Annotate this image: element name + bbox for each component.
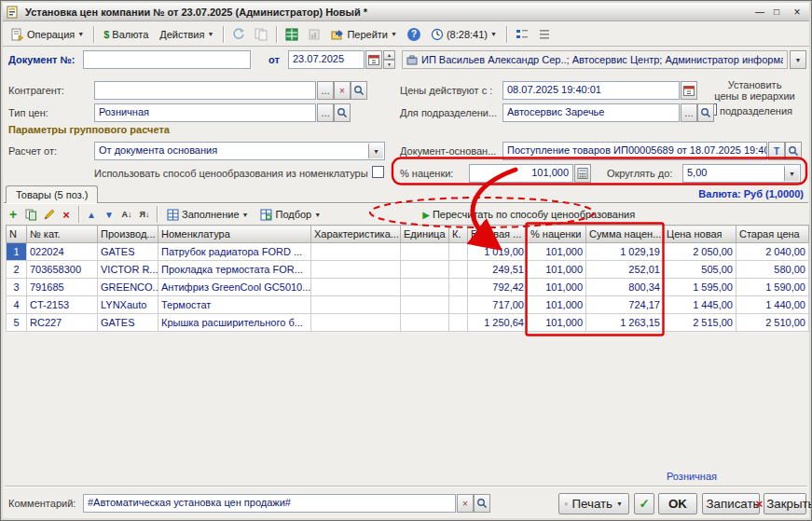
- column-header[interactable]: N: [7, 226, 27, 243]
- column-header[interactable]: Цена новая: [664, 226, 736, 243]
- table-row[interactable]: 3791685GREENCO...Антифриз GreenCool GC50…: [7, 279, 809, 296]
- time-button[interactable]: (8:28:41) ▼: [426, 24, 502, 44]
- delete-row-button[interactable]: ×: [58, 205, 75, 224]
- department-search-button[interactable]: [697, 103, 714, 122]
- table-cell[interactable]: [311, 261, 401, 279]
- table-cell[interactable]: [449, 296, 468, 314]
- goto-menu-button[interactable]: Перейти ▼: [326, 24, 402, 44]
- date-picker-button[interactable]: [365, 50, 382, 69]
- post-document-button[interactable]: ✓: [634, 493, 654, 514]
- table-cell[interactable]: Термостат: [158, 296, 311, 314]
- table-cell[interactable]: 2 040,00: [736, 243, 809, 261]
- table-cell[interactable]: [311, 243, 401, 261]
- table-cell[interactable]: 1 595,00: [664, 279, 736, 296]
- table-cell[interactable]: 4: [7, 296, 27, 314]
- table-cell[interactable]: [401, 261, 449, 279]
- recalculate-button[interactable]: ▶ Пересчитать по способу ценообразования: [417, 205, 640, 224]
- column-header[interactable]: Номенклатура: [158, 226, 311, 243]
- table-cell[interactable]: [401, 296, 449, 314]
- table-cell[interactable]: 505,00: [664, 261, 736, 279]
- tab-goods[interactable]: Товары (5 поз.): [6, 185, 98, 203]
- move-up-button[interactable]: ▲: [83, 205, 100, 224]
- table-cell[interactable]: 724,17: [586, 296, 664, 314]
- print-button[interactable]: Печать ▼: [558, 493, 629, 514]
- round-select[interactable]: 5,00 ▼: [682, 164, 801, 183]
- table-cell[interactable]: 101,000: [528, 243, 586, 261]
- minimize-button[interactable]: —: [751, 5, 768, 20]
- table-cell[interactable]: 3: [7, 279, 27, 296]
- table-cell[interactable]: 101,000: [528, 296, 586, 314]
- comment-input[interactable]: #Автоматическая установка цен продажи#: [83, 494, 456, 513]
- table-cell[interactable]: 717,00: [468, 296, 528, 314]
- sort-descending-button[interactable]: Я↓: [136, 205, 153, 224]
- table-cell[interactable]: GATES: [98, 243, 158, 261]
- counterparty-input[interactable]: [94, 81, 316, 100]
- doc-date-input[interactable]: 23.07.2025: [288, 50, 365, 69]
- calc-from-select[interactable]: От документа основания ▼: [94, 142, 385, 160]
- department-select-button[interactable]: …: [681, 103, 697, 122]
- date-spinner[interactable]: ▲ ▼: [383, 50, 395, 69]
- table-cell[interactable]: [449, 261, 468, 279]
- table-cell[interactable]: 2 510,00: [736, 314, 809, 332]
- table-cell[interactable]: [449, 314, 468, 332]
- base-doc-type-button[interactable]: T: [768, 142, 785, 160]
- table-cell[interactable]: 101,000: [528, 314, 586, 332]
- table-cell[interactable]: GREENCO...: [98, 279, 158, 296]
- table-cell[interactable]: 1 590,00: [736, 279, 809, 296]
- table-cell[interactable]: 5: [7, 314, 27, 332]
- table-cell[interactable]: 1 440,00: [736, 296, 809, 314]
- list-settings-button[interactable]: [534, 24, 555, 44]
- table-cell[interactable]: [401, 243, 449, 261]
- table-cell[interactable]: [449, 279, 468, 296]
- table-cell[interactable]: 2 050,00: [664, 243, 736, 261]
- structure-button[interactable]: [512, 24, 532, 44]
- table-cell[interactable]: 800,34: [586, 279, 664, 296]
- counterparty-clear-button[interactable]: ×: [334, 81, 351, 100]
- counterparty-search-button[interactable]: [351, 81, 367, 100]
- table-cell[interactable]: Антифриз GreenCool GC5010...: [158, 279, 311, 296]
- markup-calculator-button[interactable]: [574, 164, 591, 183]
- prices-effective-input[interactable]: 08.07.2025 19:40:01: [502, 81, 680, 100]
- base-doc-search-button[interactable]: [785, 142, 802, 160]
- price-type-select-button[interactable]: …: [317, 103, 334, 122]
- table-cell[interactable]: 703658300: [27, 261, 98, 279]
- maximize-button[interactable]: □: [768, 5, 785, 20]
- combo-arrow[interactable]: ▼: [784, 166, 799, 181]
- table-cell[interactable]: 252,01: [586, 261, 664, 279]
- table-cell[interactable]: LYNXauto: [98, 296, 158, 314]
- comment-search-button[interactable]: [474, 494, 490, 513]
- table-cell[interactable]: [401, 279, 449, 296]
- table-cell[interactable]: 101,000: [528, 279, 586, 296]
- table-row[interactable]: 2703658300VICTOR R...Прокладка термостат…: [7, 261, 809, 279]
- price-type-search-button[interactable]: [334, 103, 351, 122]
- copy-settings-button[interactable]: [251, 24, 271, 44]
- table-cell[interactable]: [449, 243, 468, 261]
- column-header[interactable]: Характеристика...: [311, 226, 401, 243]
- spin-up-icon[interactable]: ▲: [383, 50, 395, 60]
- combo-arrow[interactable]: ▼: [368, 144, 383, 158]
- table-cell[interactable]: Патрубок радиатора FORD ...: [158, 243, 311, 261]
- base-doc-input[interactable]: Поступление товаров ИП00005689 от 18.07.…: [502, 142, 767, 160]
- column-header[interactable]: Производ...: [98, 226, 158, 243]
- table-cell[interactable]: 1 029,19: [586, 243, 664, 261]
- table-cell[interactable]: 1 263,15: [586, 314, 664, 332]
- sort-ascending-button[interactable]: А↓: [118, 205, 135, 224]
- table-cell[interactable]: 1 445,00: [664, 296, 736, 314]
- table-row[interactable]: 5RC227GATESКрышка расширительного б...1 …: [7, 314, 809, 332]
- table-cell[interactable]: VICTOR R...: [98, 261, 158, 279]
- table-cell[interactable]: [311, 314, 401, 332]
- table-cell[interactable]: 1 250,64: [468, 314, 528, 332]
- table-row[interactable]: 1022024GATESПатрубок радиатора FORD ...1…: [7, 243, 809, 261]
- reread-button[interactable]: [228, 24, 249, 44]
- actions-menu-button[interactable]: Действия ▼: [155, 24, 218, 44]
- table-cell[interactable]: Крышка расширительного б...: [158, 314, 311, 332]
- copy-row-button[interactable]: [22, 205, 39, 224]
- table-cell[interactable]: RC227: [27, 314, 98, 332]
- table-cell[interactable]: 2 515,00: [664, 314, 736, 332]
- use-method-checkbox[interactable]: [372, 166, 384, 178]
- add-row-button[interactable]: +: [5, 205, 21, 224]
- move-down-button[interactable]: ▼: [101, 205, 117, 224]
- report-button[interactable]: [304, 24, 324, 44]
- table-cell[interactable]: 249,51: [468, 261, 528, 279]
- table-cell[interactable]: 022024: [27, 243, 98, 261]
